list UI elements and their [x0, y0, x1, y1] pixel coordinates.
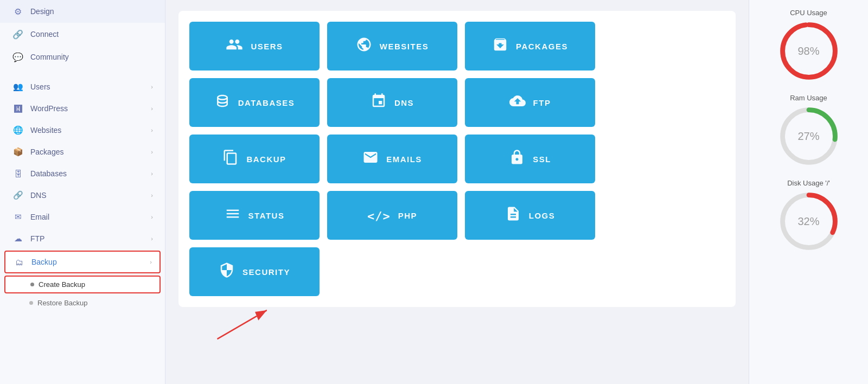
packages-nav-icon: 📦: [12, 146, 24, 158]
ftp-tile-icon: [509, 93, 526, 113]
databases-tile-label: DATABASES: [238, 98, 295, 107]
backup-tile-label: BACKUP: [246, 155, 286, 164]
tile-users[interactable]: USERS: [189, 22, 320, 71]
chevron-icon: ›: [151, 235, 153, 242]
gauge-disk-usage-'': Disk Usage '/' 32%: [758, 179, 859, 251]
wordpress-nav-icon: 🆆: [12, 103, 24, 114]
databases-nav-icon: 🗄: [12, 168, 24, 180]
gauge-value: 98%: [797, 45, 819, 57]
main-section-label: [0, 68, 165, 76]
logs-tile-label: LOGS: [529, 211, 556, 220]
sidebar-item-email[interactable]: ✉ Email ›: [0, 206, 165, 228]
sub-item-dot: [29, 301, 33, 305]
sidebar-nav-label: WordPress: [30, 104, 144, 113]
tile-emails[interactable]: EMAILS: [327, 135, 457, 183]
tile-status[interactable]: STATUS: [189, 191, 320, 240]
chevron-icon: ›: [151, 214, 153, 220]
design-icon: ⚙: [12, 5, 24, 17]
sidebar-item-backup[interactable]: 🗂 Backup ›: [4, 251, 161, 273]
sub-item-label: Restore Backup: [37, 299, 88, 307]
tile-databases[interactable]: DATABASES: [189, 78, 320, 127]
chevron-icon: ›: [150, 259, 152, 265]
sidebar-item-dns[interactable]: 🔗 DNS ›: [0, 184, 165, 206]
sidebar-nav-label: Databases: [30, 169, 144, 178]
ssl-tile-icon: [509, 149, 525, 169]
gauge-value: 27%: [797, 130, 819, 143]
main-content: USERS WEBSITES PACKAGES DATABASES DNS FT…: [165, 0, 749, 384]
gauge-chart: 27%: [779, 106, 839, 166]
security-tile-icon: [219, 262, 235, 282]
sub-item-dot: [30, 283, 34, 286]
sidebar-top-label: Connect: [30, 30, 59, 39]
php-tile-label: PHP: [398, 211, 417, 220]
gauge-chart: 98%: [779, 21, 839, 81]
tile-backup[interactable]: BACKUP: [189, 135, 320, 183]
dns-nav-icon: 🔗: [12, 189, 24, 201]
sidebar-nav-label: Packages: [30, 148, 144, 156]
sidebar-top-item-community[interactable]: 💬 Community: [0, 46, 165, 68]
websites-nav-icon: 🌐: [12, 124, 24, 136]
websites-tile-icon: [356, 36, 372, 56]
sidebar-item-databases[interactable]: 🗄 Databases ›: [0, 163, 165, 184]
right-panel: CPU Usage 98% Ram Usage 27% Disk Usage '…: [749, 0, 868, 384]
ftp-nav-icon: ☁: [12, 233, 24, 245]
chevron-icon: ›: [151, 127, 153, 133]
databases-tile-icon: [214, 93, 231, 113]
main-wrapper: USERS WEBSITES PACKAGES DATABASES DNS FT…: [165, 0, 749, 384]
gauge-ram-usage: Ram Usage 27%: [758, 94, 859, 166]
sidebar-nav-label: FTP: [30, 234, 144, 243]
email-nav-icon: ✉: [12, 211, 24, 223]
dns-tile-label: DNS: [394, 98, 414, 107]
sidebar-top-item-connect[interactable]: 🔗 Connect: [0, 23, 165, 46]
tile-ssl[interactable]: SSL: [465, 135, 595, 183]
gauge-chart: 32%: [779, 191, 839, 251]
dns-tile-icon: [371, 93, 387, 113]
tile-grid: USERS WEBSITES PACKAGES DATABASES DNS FT…: [178, 11, 736, 307]
sidebar-sub-item-create-backup[interactable]: Create Backup: [4, 276, 161, 293]
sub-item-label: Create Backup: [39, 280, 85, 289]
tile-websites[interactable]: WEBSITES: [327, 22, 457, 71]
ftp-tile-label: FTP: [533, 98, 551, 107]
tile-ftp[interactable]: FTP: [465, 78, 595, 127]
gauge-label: Disk Usage '/': [787, 179, 830, 187]
sidebar-nav-label: Websites: [30, 126, 144, 135]
sidebar-item-packages[interactable]: 📦 Packages ›: [0, 141, 165, 163]
emails-tile-icon: [362, 149, 379, 169]
gauge-cpu-usage: CPU Usage 98%: [758, 9, 859, 81]
community-icon: 💬: [12, 51, 24, 63]
chevron-icon: ›: [151, 149, 153, 155]
backup-nav-icon: 🗂: [13, 256, 25, 268]
tile-packages[interactable]: PACKAGES: [465, 22, 595, 71]
gauge-value: 32%: [797, 215, 819, 228]
sidebar-item-ftp[interactable]: ☁ FTP ›: [0, 228, 165, 249]
ssl-tile-label: SSL: [533, 155, 551, 164]
gauge-label: Ram Usage: [790, 94, 827, 102]
users-tile-label: USERS: [251, 42, 283, 51]
gauge-label: CPU Usage: [790, 9, 827, 17]
tile-php[interactable]: </> PHP: [327, 191, 457, 240]
sidebar-nav-label: Users: [30, 82, 144, 91]
sidebar-top-label: Community: [30, 53, 69, 61]
tile-security[interactable]: SECURITY: [189, 247, 320, 296]
logs-tile-icon: [505, 206, 521, 226]
php-tile-icon: </>: [367, 207, 391, 224]
tile-dns[interactable]: DNS: [327, 78, 457, 127]
packages-tile-icon: [492, 36, 508, 56]
sidebar-item-websites[interactable]: 🌐 Websites ›: [0, 119, 165, 141]
tile-logs[interactable]: LOGS: [465, 191, 595, 240]
sidebar-top-label: Design: [30, 7, 54, 16]
sidebar-nav-label: Backup: [31, 258, 143, 266]
sidebar: ⚙ Design 🔗 Connect 💬 Community 👥 Users ›…: [0, 0, 165, 384]
sidebar-top-item-design[interactable]: ⚙ Design: [0, 0, 165, 23]
sidebar-item-wordpress[interactable]: 🆆 WordPress ›: [0, 98, 165, 119]
sidebar-nav-label: Email: [30, 213, 144, 221]
emails-tile-label: EMAILS: [386, 155, 422, 164]
sidebar-item-users[interactable]: 👥 Users ›: [0, 76, 165, 98]
security-tile-label: SECURITY: [242, 267, 290, 277]
packages-tile-label: PACKAGES: [516, 42, 568, 51]
users-nav-icon: 👥: [12, 81, 24, 93]
backup-tile-icon: [222, 149, 239, 169]
status-tile-icon: [225, 206, 241, 226]
users-tile-icon: [226, 36, 243, 57]
sidebar-sub-item-restore-backup[interactable]: Restore Backup: [0, 295, 165, 311]
